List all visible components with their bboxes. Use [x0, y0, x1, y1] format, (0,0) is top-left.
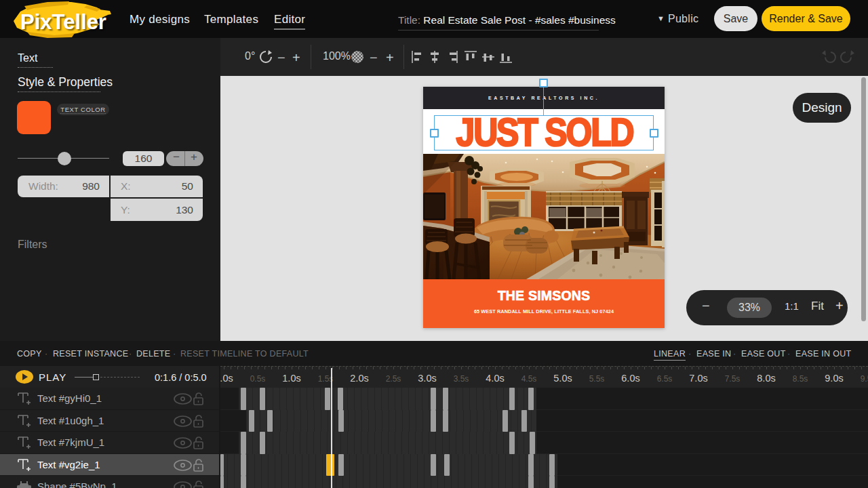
- svg-text:PixTeller: PixTeller: [20, 10, 106, 34]
